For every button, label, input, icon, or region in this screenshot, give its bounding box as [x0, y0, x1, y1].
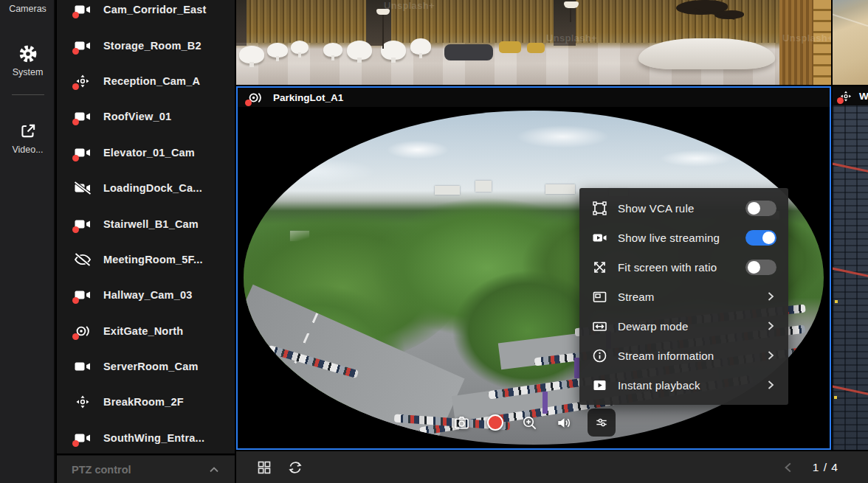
fit-screen-toggle[interactable] — [745, 260, 776, 275]
camera-icon — [74, 431, 94, 445]
camera-list-item[interactable]: LoadingDock_Ca... — [57, 170, 235, 206]
chevron-right-icon — [765, 350, 776, 361]
menu-item-stream[interactable]: Stream — [579, 282, 788, 311]
snapshot-button[interactable] — [452, 413, 471, 432]
vca-rule-toggle[interactable] — [745, 201, 776, 216]
camera-name: Stairwell_B1_Cam — [103, 218, 199, 230]
ptz-control-label: PTZ control — [72, 464, 131, 476]
video-tile-parkinglot[interactable]: ParkingLot_A1 — [236, 86, 831, 450]
settings-button[interactable] — [588, 409, 616, 437]
lobby-chair — [381, 41, 406, 60]
tile-title-bar: ParkingLot_A1 — [238, 88, 830, 107]
camera-list-item[interactable]: MeetingRoom_5F... — [57, 242, 235, 277]
camera-off-icon — [74, 181, 94, 195]
menu-item-fit-screen[interactable]: Fit screen with ratio — [579, 252, 788, 282]
ptz-camera-icon — [74, 395, 94, 409]
page-navigator: 1 / 4 — [782, 461, 838, 474]
lobby-column — [236, 0, 247, 46]
menu-item-stream-information[interactable]: Stream information — [579, 341, 788, 370]
camera-list-item[interactable]: Hallway_Cam_03 — [57, 277, 235, 313]
tile-title-bar: W — [833, 86, 868, 105]
camera-list-item[interactable]: ExitGate_North — [57, 313, 235, 349]
facade-dot — [835, 300, 838, 303]
camera-list-item[interactable]: Cam_Corridor_East — [57, 0, 235, 27]
video-tile-partial-top-right[interactable] — [833, 0, 868, 85]
ptz-camera-icon — [74, 74, 94, 88]
nav-item-system[interactable]: System — [0, 44, 55, 77]
sky-clouds — [244, 111, 824, 198]
sequence-icon — [287, 459, 303, 476]
nav-item-video[interactable]: Video... — [0, 122, 55, 155]
camera-list-item[interactable]: Stairwell_B1_Cam — [57, 206, 235, 241]
chevron-up-icon — [208, 464, 220, 476]
fisheye-camera-icon — [247, 91, 266, 105]
share-icon — [18, 122, 38, 141]
video-tile-partial-right[interactable]: W — [833, 86, 868, 450]
camera-list-item[interactable]: BreakRoom_2F — [57, 384, 235, 420]
camera-icon — [74, 359, 94, 374]
camera-list-item[interactable]: SouthWing_Entra... — [57, 420, 235, 454]
live-streaming-toggle[interactable] — [745, 230, 776, 246]
menu-item-show-live-streaming[interactable]: Show live streaming — [579, 223, 788, 252]
camera-list: Cam_Corridor_East Storage_Room_B2 Recept… — [57, 0, 235, 454]
page-indicator: 1 / 4 — [813, 461, 838, 474]
video-tile-lobby[interactable]: Unsplash+ Unsplash+ Unsplash+ — [236, 0, 831, 85]
sequence-button[interactable] — [287, 459, 303, 476]
camera-list-item[interactable]: RoofView_01 — [57, 99, 235, 134]
stream-icon — [592, 289, 607, 305]
camera-list-panel: Cam_Corridor_East Storage_Room_B2 Recept… — [57, 0, 235, 454]
nav-item-system-label: System — [13, 67, 44, 77]
lobby-sofa — [444, 44, 493, 60]
camera-list-item[interactable]: Reception_Cam_A — [57, 63, 235, 99]
camera-name: BreakRoom_2F — [103, 396, 184, 408]
menu-item-label: Show live streaming — [618, 232, 745, 244]
lobby-chair — [323, 43, 342, 57]
camera-name: Hallway_Cam_03 — [103, 289, 193, 301]
zoom-in-button[interactable] — [520, 413, 539, 432]
stock-watermark: Unsplash+ — [384, 0, 435, 11]
purple-banner — [574, 358, 579, 378]
camera-list-item[interactable]: Storage_Room_B2 — [57, 27, 235, 63]
lobby-armchair — [527, 43, 545, 53]
surveillance-app: Cameras System Video... Cam_Corridor_Eas… — [0, 0, 868, 483]
skyline-building — [435, 186, 460, 195]
nav-item-video-label: Video... — [12, 145, 43, 155]
nav-item-cameras[interactable]: Cameras — [0, 4, 55, 14]
fisheye-camera-icon — [74, 324, 94, 338]
camera-icon — [74, 288, 94, 302]
grid-layout-button[interactable] — [256, 459, 272, 476]
camera-name: RoofView_01 — [103, 111, 171, 122]
ptz-control-header[interactable]: PTZ control — [57, 455, 235, 483]
camera-list-item[interactable]: ServerRoom_Cam — [57, 349, 235, 384]
chevron-left-icon[interactable] — [782, 461, 795, 474]
menu-item-show-vca-rule[interactable]: Show VCA rule — [579, 193, 788, 223]
menu-item-label: Dewarp mode — [618, 320, 765, 333]
chevron-right-icon — [765, 291, 776, 302]
menu-item-dewarp-mode[interactable]: Dewarp mode — [579, 311, 788, 341]
zoom-in-icon — [521, 414, 538, 431]
camera-name: LoadingDock_Ca... — [103, 182, 202, 194]
vca-rule-icon — [592, 201, 607, 216]
menu-item-instant-playback[interactable]: Instant playback — [579, 370, 788, 400]
lobby-chair — [347, 41, 372, 60]
camera-icon — [74, 109, 94, 124]
camera-name: ServerRoom_Cam — [103, 361, 199, 372]
menu-item-label: Show VCA rule — [618, 202, 745, 215]
camera-list-item[interactable]: Elevator_01_Cam — [57, 135, 235, 170]
lobby-chair — [291, 41, 309, 54]
lobby-reception-desk — [638, 38, 775, 69]
lobby-wood-wall — [236, 0, 831, 43]
camera-icon — [74, 217, 94, 232]
tile-title: W — [859, 91, 868, 102]
menu-item-label: Fit screen with ratio — [618, 261, 745, 274]
record-button[interactable] — [486, 413, 505, 432]
lobby-armchair — [499, 41, 521, 53]
rail-divider — [12, 94, 44, 95]
grid-layout-icon — [256, 459, 272, 476]
audio-button[interactable] — [554, 413, 573, 432]
building-facade — [833, 105, 868, 450]
dewarp-icon — [592, 319, 607, 334]
nav-rail: Cameras System Video... — [0, 0, 55, 483]
lobby-floor-lamp — [382, 13, 384, 49]
ptz-camera-icon — [838, 90, 855, 102]
